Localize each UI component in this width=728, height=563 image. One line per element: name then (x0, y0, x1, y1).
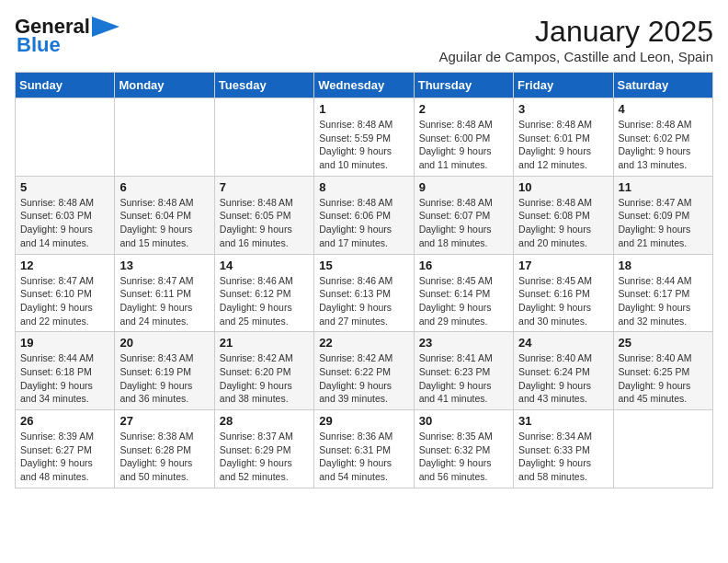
weekday-header: Saturday (613, 73, 712, 98)
calendar-cell: 8Sunrise: 8:48 AM Sunset: 6:06 PM Daylig… (314, 176, 414, 254)
day-number: 18 (619, 259, 708, 272)
calendar-table: SundayMondayTuesdayWednesdayThursdayFrid… (15, 72, 713, 488)
logo: General Blue (15, 15, 119, 57)
day-info: Sunrise: 8:48 AM Sunset: 6:04 PM Dayligh… (119, 196, 209, 250)
logo-blue: Blue (17, 33, 61, 57)
calendar-cell: 14Sunrise: 8:46 AM Sunset: 6:12 PM Dayli… (214, 254, 313, 332)
day-number: 14 (220, 259, 309, 272)
calendar-week-row: 1Sunrise: 8:48 AM Sunset: 5:59 PM Daylig… (16, 98, 713, 177)
calendar-cell: 22Sunrise: 8:42 AM Sunset: 6:22 PM Dayli… (314, 332, 414, 410)
day-info: Sunrise: 8:43 AM Sunset: 6:19 PM Dayligh… (119, 351, 209, 406)
day-number: 29 (319, 414, 408, 428)
day-number: 20 (119, 336, 209, 350)
calendar-cell (613, 410, 712, 488)
day-info: Sunrise: 8:45 AM Sunset: 6:16 PM Dayligh… (518, 274, 608, 328)
month-title: January 2025 (438, 15, 713, 49)
day-number: 25 (619, 336, 708, 350)
day-info: Sunrise: 8:39 AM Sunset: 6:27 PM Dayligh… (20, 430, 109, 484)
calendar-cell: 29Sunrise: 8:36 AM Sunset: 6:31 PM Dayli… (314, 410, 414, 488)
day-number: 7 (220, 180, 309, 194)
day-info: Sunrise: 8:48 AM Sunset: 6:02 PM Dayligh… (619, 118, 708, 172)
calendar-week-row: 19Sunrise: 8:44 AM Sunset: 6:18 PM Dayli… (16, 332, 713, 410)
day-number: 21 (220, 336, 309, 350)
page-header: General Blue January 2025 Aguilar de Cam… (15, 15, 713, 64)
day-info: Sunrise: 8:46 AM Sunset: 6:12 PM Dayligh… (220, 274, 309, 328)
day-info: Sunrise: 8:40 AM Sunset: 6:25 PM Dayligh… (619, 351, 708, 406)
calendar-cell: 16Sunrise: 8:45 AM Sunset: 6:14 PM Dayli… (414, 254, 513, 332)
day-number: 30 (419, 414, 508, 428)
day-number: 28 (220, 414, 309, 428)
day-number: 3 (518, 102, 608, 116)
calendar-cell: 10Sunrise: 8:48 AM Sunset: 6:08 PM Dayli… (514, 176, 613, 254)
calendar-cell: 13Sunrise: 8:47 AM Sunset: 6:11 PM Dayli… (115, 254, 214, 332)
calendar-cell: 9Sunrise: 8:48 AM Sunset: 6:07 PM Daylig… (414, 176, 513, 254)
day-info: Sunrise: 8:47 AM Sunset: 6:10 PM Dayligh… (20, 274, 109, 328)
day-number: 27 (119, 414, 209, 428)
day-info: Sunrise: 8:48 AM Sunset: 5:59 PM Dayligh… (319, 118, 408, 172)
day-info: Sunrise: 8:37 AM Sunset: 6:29 PM Dayligh… (220, 430, 309, 484)
calendar-cell: 18Sunrise: 8:44 AM Sunset: 6:17 PM Dayli… (613, 254, 712, 332)
calendar-cell: 4Sunrise: 8:48 AM Sunset: 6:02 PM Daylig… (613, 98, 712, 177)
calendar-cell: 12Sunrise: 8:47 AM Sunset: 6:10 PM Dayli… (16, 254, 115, 332)
title-section: January 2025 Aguilar de Campos, Castille… (438, 15, 713, 64)
day-number: 10 (518, 180, 608, 194)
weekday-header: Thursday (414, 73, 513, 98)
calendar-cell (16, 98, 115, 177)
weekday-header: Wednesday (314, 73, 414, 98)
day-info: Sunrise: 8:44 AM Sunset: 6:18 PM Dayligh… (20, 351, 109, 406)
day-info: Sunrise: 8:34 AM Sunset: 6:33 PM Dayligh… (518, 430, 608, 484)
day-number: 15 (319, 259, 408, 272)
day-info: Sunrise: 8:38 AM Sunset: 6:28 PM Dayligh… (119, 430, 209, 484)
calendar-header-row: SundayMondayTuesdayWednesdayThursdayFrid… (16, 73, 713, 98)
day-number: 24 (518, 336, 608, 350)
day-info: Sunrise: 8:45 AM Sunset: 6:14 PM Dayligh… (419, 274, 508, 328)
day-number: 23 (419, 336, 508, 350)
calendar-cell: 5Sunrise: 8:48 AM Sunset: 6:03 PM Daylig… (16, 176, 115, 254)
day-info: Sunrise: 8:36 AM Sunset: 6:31 PM Dayligh… (319, 430, 408, 484)
day-info: Sunrise: 8:48 AM Sunset: 6:07 PM Dayligh… (419, 196, 508, 250)
day-number: 22 (319, 336, 408, 350)
calendar-cell: 28Sunrise: 8:37 AM Sunset: 6:29 PM Dayli… (214, 410, 313, 488)
day-number: 9 (419, 180, 508, 194)
day-number: 6 (119, 180, 209, 194)
day-number: 11 (619, 180, 708, 194)
calendar-cell (115, 98, 214, 177)
calendar-cell: 11Sunrise: 8:47 AM Sunset: 6:09 PM Dayli… (613, 176, 712, 254)
day-info: Sunrise: 8:47 AM Sunset: 6:11 PM Dayligh… (119, 274, 209, 328)
day-info: Sunrise: 8:48 AM Sunset: 6:01 PM Dayligh… (518, 118, 608, 172)
calendar-cell (214, 98, 313, 177)
logo-arrow-icon (92, 17, 119, 37)
day-info: Sunrise: 8:48 AM Sunset: 6:06 PM Dayligh… (319, 196, 408, 250)
day-number: 16 (419, 259, 508, 272)
day-info: Sunrise: 8:46 AM Sunset: 6:13 PM Dayligh… (319, 274, 408, 328)
calendar-cell: 3Sunrise: 8:48 AM Sunset: 6:01 PM Daylig… (514, 98, 613, 177)
calendar-week-row: 5Sunrise: 8:48 AM Sunset: 6:03 PM Daylig… (16, 176, 713, 254)
day-number: 17 (518, 259, 608, 272)
calendar-cell: 27Sunrise: 8:38 AM Sunset: 6:28 PM Dayli… (115, 410, 214, 488)
calendar-week-row: 12Sunrise: 8:47 AM Sunset: 6:10 PM Dayli… (16, 254, 713, 332)
weekday-header: Sunday (16, 73, 115, 98)
calendar-cell: 23Sunrise: 8:41 AM Sunset: 6:23 PM Dayli… (414, 332, 513, 410)
calendar-cell: 6Sunrise: 8:48 AM Sunset: 6:04 PM Daylig… (115, 176, 214, 254)
subtitle: Aguilar de Campos, Castille and Leon, Sp… (438, 49, 713, 64)
day-number: 5 (20, 180, 109, 194)
calendar-cell: 30Sunrise: 8:35 AM Sunset: 6:32 PM Dayli… (414, 410, 513, 488)
day-info: Sunrise: 8:48 AM Sunset: 6:08 PM Dayligh… (518, 196, 608, 250)
day-number: 26 (20, 414, 109, 428)
calendar-cell: 20Sunrise: 8:43 AM Sunset: 6:19 PM Dayli… (115, 332, 214, 410)
day-info: Sunrise: 8:41 AM Sunset: 6:23 PM Dayligh… (419, 351, 508, 406)
day-number: 4 (619, 102, 708, 116)
day-number: 1 (319, 102, 408, 116)
day-info: Sunrise: 8:48 AM Sunset: 6:05 PM Dayligh… (220, 196, 309, 250)
weekday-header: Monday (115, 73, 214, 98)
day-info: Sunrise: 8:42 AM Sunset: 6:22 PM Dayligh… (319, 351, 408, 406)
day-number: 13 (119, 259, 209, 272)
calendar-cell: 31Sunrise: 8:34 AM Sunset: 6:33 PM Dayli… (514, 410, 613, 488)
day-info: Sunrise: 8:47 AM Sunset: 6:09 PM Dayligh… (619, 196, 708, 250)
calendar-cell: 19Sunrise: 8:44 AM Sunset: 6:18 PM Dayli… (16, 332, 115, 410)
calendar-cell: 17Sunrise: 8:45 AM Sunset: 6:16 PM Dayli… (514, 254, 613, 332)
weekday-header: Tuesday (214, 73, 313, 98)
day-info: Sunrise: 8:42 AM Sunset: 6:20 PM Dayligh… (220, 351, 309, 406)
day-info: Sunrise: 8:35 AM Sunset: 6:32 PM Dayligh… (419, 430, 508, 484)
day-number: 8 (319, 180, 408, 194)
